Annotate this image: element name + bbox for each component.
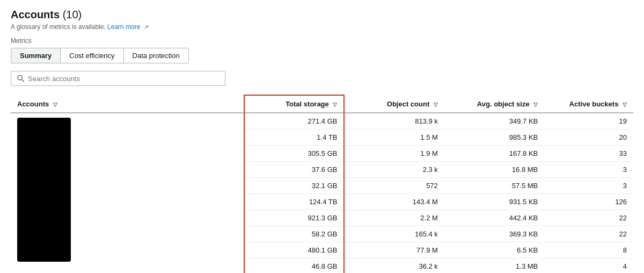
cell-avg-object-size: 6.5 KB xyxy=(444,242,544,258)
cell-object-count: 77.9 M xyxy=(344,242,444,258)
tab-data-protection[interactable]: Data protection xyxy=(124,48,188,63)
page-container: Accounts (10) A glossary of metrics is a… xyxy=(0,0,644,273)
cell-object-count: 143.4 M xyxy=(344,194,444,210)
cell-avg-object-size: 931.5 KB xyxy=(444,194,544,210)
glossary-line: A glossary of metrics is available. Lear… xyxy=(11,23,633,31)
sort-icon-total-storage: ▽ xyxy=(333,102,337,107)
cell-object-count: 36.2 k xyxy=(344,258,444,274)
cell-avg-object-size: 16.8 MB xyxy=(444,162,544,178)
cell-total-storage: 124.4 TB xyxy=(244,194,344,210)
sort-icon-object-count: ▽ xyxy=(434,102,438,107)
account-thumbnail xyxy=(17,118,71,262)
svg-point-0 xyxy=(18,75,22,80)
cell-avg-object-size: 167.8 KB xyxy=(444,146,544,162)
sort-icon-active-buckets: ▽ xyxy=(623,102,627,107)
tab-cost-efficiency[interactable]: Cost efficiency xyxy=(61,48,123,63)
sort-icon-accounts: ▽ xyxy=(53,102,57,107)
cell-avg-object-size: 1.3 MB xyxy=(444,258,544,274)
col-header-active-buckets[interactable]: Active buckets ▽ xyxy=(544,95,633,113)
external-link-icon: ↗ xyxy=(144,24,149,30)
cell-accounts xyxy=(11,113,244,273)
cell-total-storage: 921.3 GB xyxy=(244,210,344,226)
cell-active-buckets: 3 xyxy=(544,178,633,194)
search-input[interactable] xyxy=(28,75,219,83)
table-row: 271.4 GB813.9 k349.7 KB19 xyxy=(11,113,633,130)
cell-total-storage: 480.1 GB xyxy=(244,242,344,258)
col-header-object-count[interactable]: Object count ▽ xyxy=(344,95,444,113)
cell-avg-object-size: 442.4 KB xyxy=(444,210,544,226)
page-title: Accounts (10) xyxy=(11,9,633,21)
search-icon xyxy=(17,74,25,83)
cell-object-count: 2.3 k xyxy=(344,162,444,178)
cell-object-count: 572 xyxy=(344,178,444,194)
cell-avg-object-size: 57.5 MB xyxy=(444,178,544,194)
cell-object-count: 1.5 M xyxy=(344,130,444,146)
cell-object-count: 2.2 M xyxy=(344,210,444,226)
tab-summary[interactable]: Summary xyxy=(11,48,61,63)
cell-avg-object-size: 985.3 KB xyxy=(444,130,544,146)
svg-line-1 xyxy=(22,80,24,82)
col-header-accounts[interactable]: Accounts ▽ xyxy=(11,95,244,113)
cell-active-buckets: 8 xyxy=(544,242,633,258)
account-count: (10) xyxy=(63,9,82,20)
cell-active-buckets: 22 xyxy=(544,210,633,226)
cell-object-count: 165.4 k xyxy=(344,226,444,242)
cell-total-storage: 305.5 GB xyxy=(244,146,344,162)
cell-object-count: 1.9 M xyxy=(344,146,444,162)
cell-active-buckets: 3 xyxy=(544,162,633,178)
cell-active-buckets: 4 xyxy=(544,258,633,274)
col-header-total-storage[interactable]: Total storage ▽ xyxy=(244,95,344,113)
metrics-tab-group: Summary Cost efficiency Data protection xyxy=(11,48,189,63)
cell-active-buckets: 19 xyxy=(544,113,633,130)
metrics-label: Metrics xyxy=(11,37,633,45)
cell-total-storage: 1.4 TB xyxy=(244,130,344,146)
cell-total-storage: 37.6 GB xyxy=(244,162,344,178)
cell-active-buckets: 20 xyxy=(544,130,633,146)
cell-total-storage: 32.1 GB xyxy=(244,178,344,194)
learn-more-link[interactable]: Learn more ↗ xyxy=(107,23,149,31)
col-header-avg-object-size[interactable]: Avg. object size ▽ xyxy=(444,95,544,113)
page-header: Accounts (10) A glossary of metrics is a… xyxy=(11,9,633,31)
cell-object-count: 813.9 k xyxy=(344,113,444,130)
cell-total-storage: 271.4 GB xyxy=(244,113,344,130)
cell-active-buckets: 33 xyxy=(544,146,633,162)
cell-active-buckets: 126 xyxy=(544,194,633,210)
search-container xyxy=(11,71,225,86)
accounts-table: Accounts ▽ Total storage ▽ Object count … xyxy=(11,95,633,273)
cell-avg-object-size: 369.3 KB xyxy=(444,226,544,242)
cell-total-storage: 46.8 GB xyxy=(244,258,344,274)
title-text: Accounts xyxy=(11,9,60,20)
accounts-table-wrapper: Accounts ▽ Total storage ▽ Object count … xyxy=(11,95,633,273)
cell-avg-object-size: 349.7 KB xyxy=(444,113,544,130)
cell-total-storage: 58.2 GB xyxy=(244,226,344,242)
cell-active-buckets: 22 xyxy=(544,226,633,242)
sort-icon-avg-object-size: ▽ xyxy=(533,102,538,107)
